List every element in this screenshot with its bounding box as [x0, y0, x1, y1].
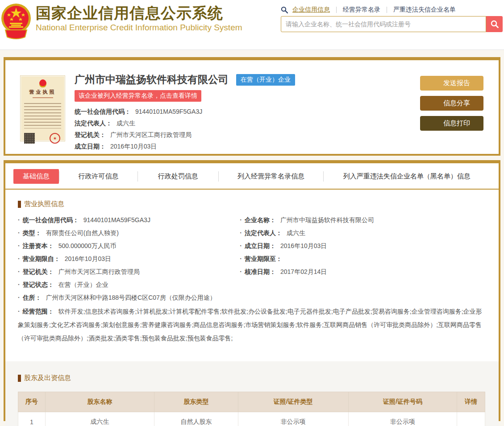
- send-report-button[interactable]: 发送报告: [420, 76, 483, 91]
- field-label: 法定代表人：: [245, 229, 282, 236]
- field-label: 注册资本：: [23, 242, 54, 249]
- search-button[interactable]: [486, 16, 503, 32]
- field-row: 成立日期：2016年10月03日: [240, 240, 485, 252]
- site-title: 国家企业信用信息公示系统: [36, 4, 242, 22]
- field-value: 91440101MA59F5GA3J: [135, 108, 202, 115]
- tab-admin-license[interactable]: 行政许可信息: [59, 171, 137, 182]
- field-row: 营业期限至：: [240, 252, 485, 265]
- field-row: 统一社会信用代码：91440101MA59F5GA3J: [18, 214, 240, 227]
- shareholder-section: 股东及出资信息 序号 股东名称 股东类型 证照/证件类型 证照/证件号码 详情 …: [5, 361, 499, 426]
- search-bar: [281, 16, 503, 32]
- tab-admin-penalty[interactable]: 行政处罚信息: [137, 171, 218, 182]
- section-title-text: 股东及出资信息: [24, 374, 71, 382]
- field-label: 登记机关：: [23, 268, 54, 275]
- cell-detail: [457, 412, 485, 426]
- company-field-row: 登记机关：广州市天河区工商行政管理局: [75, 129, 387, 141]
- site-titles: 国家企业信用信息公示系统 National Enterprise Credit …: [36, 4, 242, 33]
- abnormal-warning-banner[interactable]: 该企业被列入经营异常名录，点击查看详情: [75, 90, 201, 102]
- cell-cert-number: 非公示项: [348, 412, 457, 426]
- field-label: 登记机关：: [75, 131, 106, 138]
- shareholder-table: 序号 股东名称 股东类型 证照/证件类型 证照/证件号码 详情 1 成六生 自然…: [18, 392, 485, 426]
- action-buttons: 发送报告 信息分享 信息打印: [420, 76, 483, 131]
- field-value: 成六生: [287, 229, 305, 236]
- table-header-row: 序号 股东名称 股东类型 证照/证件类型 证照/证件号码 详情: [18, 392, 485, 412]
- field-value: 广州市天河区工商行政管理局: [58, 268, 140, 275]
- field-row: 类型：有限责任公司(自然人独资): [18, 227, 240, 240]
- field-value: 2016年10月03日: [110, 143, 157, 150]
- section-title-shareholders: 股东及出资信息: [18, 374, 485, 382]
- field-label: 住所：: [23, 294, 42, 301]
- field-label: 核准日期：: [245, 268, 276, 275]
- field-value: 成六生: [117, 120, 135, 127]
- company-field-row: 统一社会信用代码：91440101MA59F5GA3J: [75, 106, 387, 117]
- col-header-cert-number: 证照/证件号码: [348, 392, 457, 412]
- field-row: 企业名称：广州市中瑞益扬软件科技有限公司: [240, 214, 485, 227]
- nav-link-abnormal-list[interactable]: 经营异常名录: [337, 6, 387, 14]
- field-value: 2016年10月03日: [280, 242, 327, 249]
- company-info-block: 广州市中瑞益扬软件科技有限公司 在营（开业）企业 该企业被列入经营异常名录，点击…: [75, 73, 387, 152]
- nav-link-credit-info[interactable]: 企业信用信息: [292, 6, 336, 14]
- field-row: 核准日期：2017年02月14日: [240, 265, 485, 278]
- field-value: 91440101MA59F5GA3J: [83, 216, 150, 223]
- field-label: 企业名称：: [245, 216, 276, 223]
- section-title-license: 营业执照信息: [18, 200, 485, 208]
- site-header: 国家企业信用信息公示系统 National Enterprise Credit …: [0, 0, 504, 50]
- site-subtitle: National Enterprise Credit Information P…: [36, 23, 242, 33]
- tab-basic-info[interactable]: 基础信息: [13, 169, 59, 184]
- col-header-name: 股东名称: [45, 392, 154, 412]
- print-info-button[interactable]: 信息打印: [420, 116, 483, 131]
- section-title-text: 营业执照信息: [24, 200, 64, 208]
- tab-bar: 基础信息 行政许可信息 行政处罚信息 列入经营异常名录信息 列入严重违法失信企业…: [5, 163, 499, 190]
- license-serial-line: [33, 97, 53, 98]
- section-title-bar: [18, 201, 21, 208]
- tab-blacklist-info[interactable]: 列入严重违法失信企业名单（黑名单）信息: [323, 171, 490, 182]
- field-value: 2017年02月14日: [280, 268, 327, 275]
- field-value: 2016年10月03日: [65, 255, 111, 262]
- field-label: 营业期限至：: [245, 255, 282, 262]
- col-header-cert-type: 证照/证件类型: [238, 392, 348, 412]
- field-value: 广州市天河区林和中路188号四楼C区C07房（仅限办公用途）: [46, 294, 216, 301]
- field-row: 法定代表人：成六生: [240, 227, 485, 240]
- fields-left-column: 统一社会信用代码：91440101MA59F5GA3J 类型：有限责任公司(自然…: [18, 214, 240, 291]
- field-row: 注册资本：500.000000万人民币: [18, 240, 240, 252]
- search-icon: [281, 6, 288, 13]
- col-header-detail: 详情: [457, 392, 485, 412]
- field-label: 统一社会信用代码：: [23, 216, 79, 223]
- license-red-seal: [50, 133, 60, 144]
- share-info-button[interactable]: 信息分享: [420, 96, 483, 111]
- license-qr-code: [24, 133, 35, 144]
- field-value: 广州市天河区工商行政管理局: [110, 131, 192, 138]
- field-row: 营业期限自：2016年10月03日: [18, 252, 240, 265]
- business-scope-row: 经营范围：软件开发;信息技术咨询服务;计算机批发;计算机零配件零售;软件批发;办…: [18, 305, 485, 345]
- field-row: 登记状态：在营（开业）企业: [18, 278, 240, 291]
- field-label: 成立日期：: [75, 143, 106, 150]
- field-value: 软件开发;信息技术咨询服务;计算机批发;计算机零配件零售;软件批发;办公设备批发…: [18, 308, 482, 342]
- search-input[interactable]: [281, 16, 486, 32]
- field-label: 登记状态：: [23, 281, 54, 288]
- table-row: 1 成六生 自然人股东 非公示项 非公示项: [18, 412, 485, 426]
- field-label: 统一社会信用代码：: [75, 108, 131, 115]
- national-emblem-icon: [1, 2, 31, 40]
- section-title-bar: [18, 375, 21, 382]
- col-header-type: 股东类型: [154, 392, 238, 412]
- business-license-thumbnail[interactable]: 营业执照: [20, 75, 65, 141]
- field-label: 营业期限自：: [23, 255, 60, 262]
- field-label: 成立日期：: [245, 242, 276, 249]
- tab-abnormal-record[interactable]: 列入经营异常名录信息: [218, 171, 324, 182]
- field-value: 500.000000万人民币: [58, 242, 117, 249]
- field-value: 有限责任公司(自然人独资): [46, 229, 119, 236]
- col-header-index: 序号: [18, 392, 46, 412]
- license-thumb-title: 营业执照: [24, 89, 61, 95]
- company-field-row: 成立日期：2016年10月03日: [75, 141, 387, 152]
- cell-name: 成六生: [45, 412, 154, 426]
- address-row: 住所：广州市天河区林和中路188号四楼C区C07房（仅限办公用途）: [18, 291, 485, 304]
- status-badge: 在营（开业）企业: [236, 74, 295, 86]
- cell-index: 1: [18, 412, 46, 426]
- nav-link-blacklist[interactable]: 严重违法失信企业名单: [387, 6, 462, 14]
- company-name: 广州市中瑞益扬软件科技有限公司: [75, 73, 229, 87]
- cell-cert-type: 非公示项: [238, 412, 348, 426]
- fields-right-column: 企业名称：广州市中瑞益扬软件科技有限公司 法定代表人：成六生 成立日期：2016…: [240, 214, 485, 291]
- field-label: 类型：: [23, 229, 42, 236]
- field-label: 经营范围：: [23, 308, 54, 315]
- cell-type: 自然人股东: [154, 412, 238, 426]
